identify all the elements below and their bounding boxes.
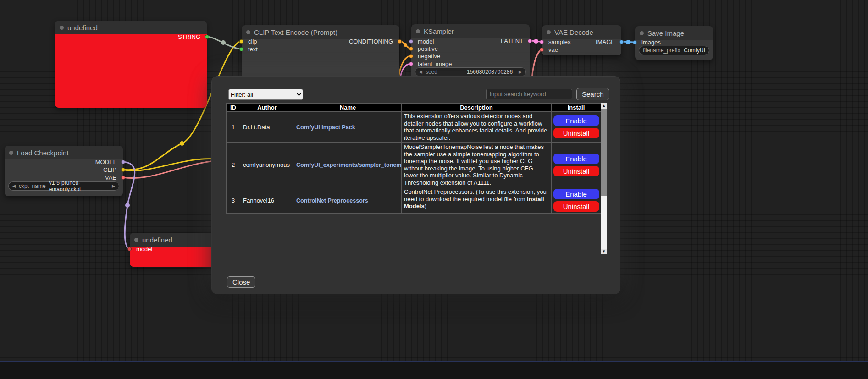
node-undefined-top[interactable]: undefined STRING xyxy=(55,21,207,108)
input-slot-vae[interactable]: vae xyxy=(542,46,621,53)
column-header-name: Name xyxy=(294,104,402,112)
slot-label: positive xyxy=(418,45,438,52)
output-slot-clip[interactable]: CLIP xyxy=(5,166,123,173)
extension-name-link[interactable]: ComfyUI_experiments/sampler_tonemap xyxy=(296,162,402,168)
enable-button[interactable]: Enable xyxy=(553,154,599,164)
output-slot-image[interactable]: IMAGE xyxy=(542,38,621,45)
extension-author: Fannovel16 xyxy=(240,187,294,214)
widget-value: v1-5-pruned-emaonly.ckpt xyxy=(49,180,106,192)
slot-dot[interactable] xyxy=(633,40,637,44)
input-slot-text[interactable]: text xyxy=(242,45,399,53)
slot-dot[interactable] xyxy=(619,40,624,44)
slot-label: model xyxy=(136,246,152,253)
node-ksampler[interactable]: KSampler model positive negative latent_… xyxy=(411,24,530,84)
increment-arrow-icon[interactable]: ▶ xyxy=(519,70,522,74)
input-slot-latent-image[interactable]: latent_image xyxy=(411,60,530,67)
node-title: undefined xyxy=(67,24,98,32)
search-button[interactable]: Search xyxy=(576,88,609,100)
collapse-icon[interactable] xyxy=(60,26,64,30)
node-title-bar[interactable]: VAE Decode xyxy=(542,25,621,39)
filter-select[interactable]: Filter: all xyxy=(228,89,303,100)
slot-dot[interactable] xyxy=(409,62,413,66)
slot-dot[interactable] xyxy=(127,247,132,251)
wire-dot xyxy=(180,141,184,146)
decrement-arrow-icon[interactable]: ◀ xyxy=(12,184,16,188)
wire-vae xyxy=(123,161,216,178)
slot-label: STRING xyxy=(178,33,200,40)
slot-dot[interactable] xyxy=(409,54,413,58)
slot-dot[interactable] xyxy=(121,168,125,172)
collapse-icon[interactable] xyxy=(246,30,250,34)
node-save-image[interactable]: Save Image images filename_prefix ComfyU… xyxy=(635,26,713,60)
extension-install-cell: EnableUninstall xyxy=(552,112,601,143)
filename-prefix-widget[interactable]: filename_prefix ComfyUI xyxy=(639,46,709,55)
slot-dot[interactable] xyxy=(239,47,243,51)
description-text: ControlNet Preprocessors. (To use this e… xyxy=(404,188,547,203)
slot-dot[interactable] xyxy=(121,176,125,180)
collapse-icon[interactable] xyxy=(416,29,420,33)
uninstall-button[interactable]: Uninstall xyxy=(553,128,599,138)
output-slot-model[interactable]: MODEL xyxy=(5,158,123,165)
widget-value: 156680208700286 xyxy=(467,69,513,75)
slot-dot[interactable] xyxy=(121,160,125,164)
extension-name-cell: ComfyUI_experiments/sampler_tonemap xyxy=(294,143,402,187)
ckpt-name-widget[interactable]: ◀ ckpt_name v1-5-pruned-emaonly.ckpt ▶ xyxy=(8,181,119,191)
node-title-bar[interactable]: Load Checkpoint xyxy=(5,146,123,159)
node-title: undefined xyxy=(142,236,172,244)
extension-name-link[interactable]: ComfyUI Impact Pack xyxy=(296,124,355,131)
scroll-thumb[interactable] xyxy=(601,109,607,196)
output-slot-conditioning[interactable]: CONDITIONING xyxy=(242,38,399,45)
collapse-icon[interactable] xyxy=(9,151,13,155)
input-slot-negative[interactable]: negative xyxy=(411,52,530,60)
slot-label: images xyxy=(641,39,661,46)
close-button[interactable]: Close xyxy=(227,276,255,288)
slot-label: VAE xyxy=(105,174,116,181)
input-slot-positive[interactable]: positive xyxy=(411,45,530,52)
input-slot-images[interactable]: images xyxy=(635,38,713,46)
enable-button[interactable]: Enable xyxy=(553,189,599,199)
node-vae-decode[interactable]: VAE Decode samples vae IMAGE xyxy=(542,25,621,55)
output-slot-latent[interactable]: LATENT xyxy=(411,37,530,44)
collapse-icon[interactable] xyxy=(640,31,644,35)
seed-widget[interactable]: ◀ seed 156680208700286 ▶ xyxy=(415,67,526,77)
node-title-bar[interactable]: CLIP Text Encode (Prompt) xyxy=(242,25,399,39)
node-title-bar[interactable]: Save Image xyxy=(635,26,713,40)
extension-row: 1Dr.Lt.DataComfyUI Impact PackThis exten… xyxy=(227,112,601,143)
slot-dot[interactable] xyxy=(528,39,532,43)
uninstall-button[interactable]: Uninstall xyxy=(553,166,599,176)
extensions-table-body: 1Dr.Lt.DataComfyUI Impact PackThis exten… xyxy=(227,112,601,214)
widget-label: ckpt_name xyxy=(19,183,46,189)
scroll-down-icon[interactable]: ▼ xyxy=(601,249,607,254)
description-text: ) xyxy=(425,203,426,209)
extension-install-cell: EnableUninstall xyxy=(552,143,601,187)
collapse-icon[interactable] xyxy=(134,238,138,242)
output-slot-string[interactable]: STRING xyxy=(55,33,207,40)
table-scrollbar[interactable]: ▲ ▼ xyxy=(601,103,607,254)
search-input[interactable] xyxy=(486,89,572,99)
wire-clip-secondary xyxy=(123,159,216,170)
extension-name-link[interactable]: ControlNet Preprocessors xyxy=(296,198,368,204)
slot-dot[interactable] xyxy=(540,48,544,52)
slot-label: CLIP xyxy=(103,166,116,173)
decrement-arrow-icon[interactable]: ◀ xyxy=(419,70,422,74)
enable-button[interactable]: Enable xyxy=(553,115,599,126)
widget-value: ComfyUI xyxy=(684,47,705,54)
slot-dot[interactable] xyxy=(205,35,209,39)
extension-name-cell: ComfyUI Impact Pack xyxy=(294,112,402,143)
node-load-checkpoint[interactable]: Load Checkpoint MODEL CLIP VAE ◀ ckpt_na… xyxy=(5,146,123,196)
collapse-icon[interactable] xyxy=(547,30,551,34)
slot-dot[interactable] xyxy=(409,47,413,51)
column-header-install: Install xyxy=(552,104,601,112)
error-node-body xyxy=(55,34,207,108)
scroll-up-icon[interactable]: ▲ xyxy=(601,103,607,109)
slot-label: CONDITIONING xyxy=(349,38,393,45)
uninstall-button[interactable]: Uninstall xyxy=(553,201,599,212)
install-button-stack: EnableUninstall xyxy=(552,189,601,212)
increment-arrow-icon[interactable]: ▶ xyxy=(112,184,115,188)
node-title-bar[interactable]: undefined xyxy=(55,21,207,34)
slot-label: IMAGE xyxy=(596,38,615,45)
node-title-bar[interactable]: KSampler xyxy=(411,24,530,38)
slot-dot[interactable] xyxy=(398,39,402,44)
extensions-table-head-row: IDAuthorNameDescriptionInstall xyxy=(227,104,601,112)
wire-string-to-text xyxy=(207,37,242,49)
